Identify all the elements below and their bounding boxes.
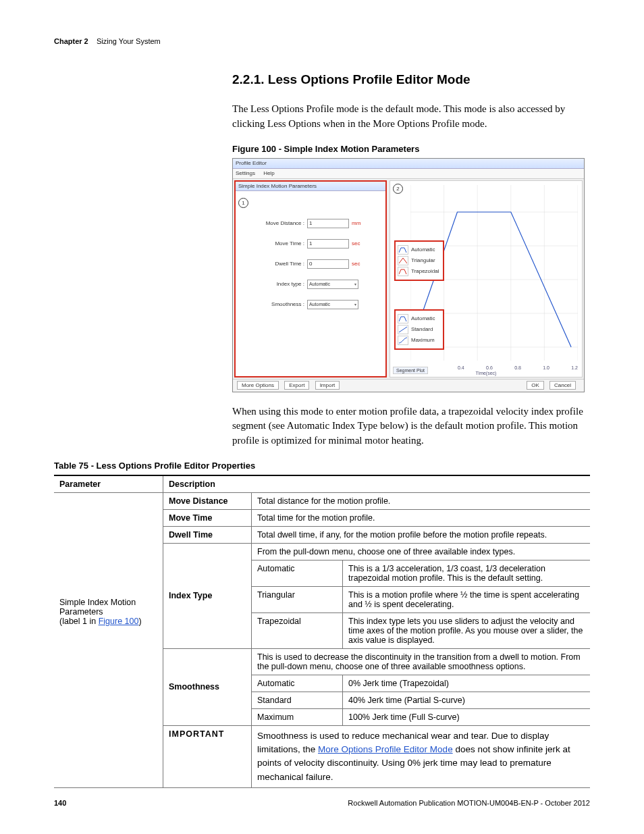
row-move-distance-name: Move Distance bbox=[163, 492, 252, 509]
row-index-type-name: Index Type bbox=[163, 543, 252, 648]
row-move-time-name: Move Time bbox=[163, 509, 252, 526]
smooth-standard-desc: 40% Jerk time (Partial S-curve) bbox=[343, 692, 591, 708]
trapezoidal-icon bbox=[398, 267, 408, 276]
move-distance-input[interactable]: 1 bbox=[307, 219, 349, 228]
after-figure-paragraph: When using this mode to enter motion pro… bbox=[232, 405, 590, 448]
popup-triangular[interactable]: Triangular bbox=[411, 257, 435, 263]
profile-editor-screenshot: Profile Editor Settings Help Simple Inde… bbox=[232, 158, 585, 392]
properties-table: Parameter Description Simple Index Motio… bbox=[54, 475, 590, 788]
plot-panel: 2 Automatic Triangular bbox=[390, 180, 583, 377]
segment-plot-tab[interactable]: Segment Plot bbox=[393, 367, 428, 374]
more-options-button[interactable]: More Options bbox=[237, 381, 279, 390]
smooth-std-icon bbox=[398, 325, 408, 334]
popup-trapezoidal[interactable]: Trapezoidal bbox=[411, 268, 439, 274]
callout-1-badge: 1 bbox=[238, 198, 248, 208]
popup-smooth-automatic[interactable]: Automatic bbox=[411, 315, 435, 321]
important-label: IMPORTANT bbox=[163, 725, 252, 787]
xtick: 1.2 bbox=[571, 365, 578, 370]
import-button[interactable]: Import bbox=[315, 381, 340, 390]
figure-100-link[interactable]: Figure 100 bbox=[99, 617, 139, 626]
menu-settings[interactable]: Settings bbox=[236, 170, 255, 176]
window-menubar: Settings Help bbox=[233, 169, 584, 179]
row-index-type-intro: From the pull-down menu, choose one of t… bbox=[252, 543, 591, 560]
index-automatic-desc: This is a 1/3 acceleration, 1/3 coast, 1… bbox=[343, 560, 591, 586]
intro-paragraph: The Less Options Profile mode is the def… bbox=[232, 102, 590, 132]
smooth-maximum-name: Maximum bbox=[252, 708, 343, 725]
smooth-standard-name: Standard bbox=[252, 692, 343, 708]
move-time-unit: sec bbox=[352, 240, 360, 246]
section-heading: 2.2.1. Less Options Profile Editor Mode bbox=[232, 72, 590, 87]
param-group-cell: Simple Index Motion Parameters (label 1 … bbox=[54, 492, 163, 787]
dialog-button-bar: More Options Export Import OK Cancel bbox=[233, 379, 584, 392]
move-distance-label: Move Distance : bbox=[263, 220, 304, 226]
window-titlebar: Profile Editor bbox=[233, 159, 584, 169]
more-options-mode-link[interactable]: More Options Profile Editor Mode bbox=[318, 744, 453, 754]
smooth-automatic-desc: 0% Jerk time (Trapezoidal) bbox=[343, 675, 591, 692]
smoothness-label: Smoothness : bbox=[263, 301, 304, 307]
chapter-title: Sizing Your System bbox=[97, 37, 161, 45]
xtick: 0.8 bbox=[514, 365, 521, 370]
row-move-time-desc: Total time for the motion profile. bbox=[252, 509, 591, 526]
callout-2-badge: 2 bbox=[393, 184, 403, 194]
popup-automatic[interactable]: Automatic bbox=[411, 246, 435, 253]
cancel-button[interactable]: Cancel bbox=[549, 381, 576, 390]
important-text: Smoothness is used to reduce mechanical … bbox=[252, 725, 591, 787]
ok-button[interactable]: OK bbox=[527, 381, 544, 390]
index-trapezoidal-desc: This index type lets you use sliders to … bbox=[343, 613, 591, 648]
page-number: 140 bbox=[54, 799, 66, 807]
smooth-maximum-desc: 100% Jerk time (Full S-curve) bbox=[343, 708, 591, 725]
parameters-panel: Simple Index Motion Parameters 1 Move Di… bbox=[234, 180, 387, 377]
dwell-time-label: Dwell Time : bbox=[263, 261, 304, 267]
move-distance-unit: mm bbox=[352, 220, 360, 226]
row-dwell-time-name: Dwell Time bbox=[163, 526, 252, 543]
th-parameter: Parameter bbox=[54, 475, 163, 493]
th-description: Description bbox=[163, 475, 591, 493]
index-automatic-name: Automatic bbox=[252, 560, 343, 586]
x-axis-label: Time(sec) bbox=[476, 371, 497, 375]
index-type-popup: Automatic Triangular Trapezoidal bbox=[394, 240, 444, 281]
row-smoothness-intro: This is used to decrease the discontinui… bbox=[252, 648, 591, 675]
popup-smooth-standard[interactable]: Standard bbox=[411, 326, 433, 332]
automatic-icon bbox=[398, 245, 408, 255]
dwell-time-input[interactable]: 0 bbox=[307, 259, 349, 269]
row-dwell-time-desc: Total dwell time, if any, for the motion… bbox=[252, 526, 591, 543]
xtick: 1.0 bbox=[543, 365, 549, 370]
row-move-distance-desc: Total distance for the motion profile. bbox=[252, 492, 591, 509]
index-triangular-name: Triangular bbox=[252, 586, 343, 613]
xtick: 0.4 bbox=[458, 365, 464, 370]
smoothness-popup: Automatic Standard Maximum bbox=[394, 309, 444, 350]
parameters-panel-title: Simple Index Motion Parameters bbox=[236, 182, 385, 191]
index-type-dropdown[interactable]: Automatic bbox=[307, 280, 358, 289]
popup-smooth-maximum[interactable]: Maximum bbox=[411, 337, 435, 343]
smoothness-dropdown[interactable]: Automatic bbox=[307, 300, 358, 309]
move-time-input[interactable]: 1 bbox=[307, 239, 349, 249]
smooth-max-icon bbox=[398, 336, 408, 345]
triangular-icon bbox=[398, 256, 408, 265]
row-smoothness-name: Smoothness bbox=[163, 648, 252, 725]
index-trapezoidal-name: Trapezoidal bbox=[252, 613, 343, 648]
export-button[interactable]: Export bbox=[284, 381, 309, 390]
smooth-automatic-name: Automatic bbox=[252, 675, 343, 692]
figure-caption: Figure 100 - Simple Index Motion Paramet… bbox=[232, 144, 590, 154]
smooth-auto-icon bbox=[398, 314, 408, 323]
publication-line: Rockwell Automation Publication MOTION-U… bbox=[348, 799, 590, 807]
menu-help[interactable]: Help bbox=[263, 170, 274, 176]
index-triangular-desc: This is a motion profile where ½ the tim… bbox=[343, 586, 591, 613]
page-footer: 140 Rockwell Automation Publication MOTI… bbox=[54, 799, 590, 807]
chapter-label: Chapter 2 bbox=[54, 37, 88, 45]
dwell-time-unit: sec bbox=[352, 261, 360, 267]
xtick: 0.6 bbox=[486, 365, 493, 370]
running-header: Chapter 2 Sizing Your System bbox=[54, 37, 590, 45]
index-type-label: Index type : bbox=[263, 281, 304, 287]
move-time-label: Move Time : bbox=[263, 240, 304, 246]
table-caption: Table 75 - Less Options Profile Editor P… bbox=[54, 461, 590, 471]
